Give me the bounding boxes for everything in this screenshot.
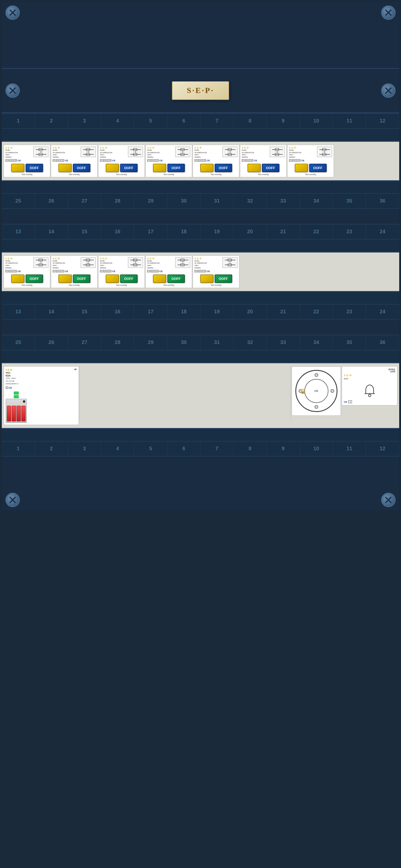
rcd-r2-yellow-4[interactable] <box>153 275 166 283</box>
num-r2-13: 13 <box>2 305 35 319</box>
num-r2-16: 16 <box>101 305 134 319</box>
rcd-yellow-btn-7[interactable] <box>295 164 308 172</box>
rcd-yellow-btn-5[interactable] <box>200 164 213 172</box>
sep-logo: S·E·P· <box>172 81 229 100</box>
btr-bell-area <box>344 383 395 399</box>
smoke-detector: CE 🔒 <box>291 366 341 416</box>
num-35: 35 <box>333 194 366 208</box>
rcd-unit-4: S·E·P· RCM2 1P+N/B16/0.03A 240V~ 50/60Hz… <box>146 145 192 177</box>
top-empty-section <box>2 2 399 68</box>
hs1-indicator-1 <box>14 392 19 395</box>
ce-mark: CE <box>18 159 21 162</box>
wire-channel-2 <box>2 181 399 193</box>
rcd-yellow-btn-3[interactable] <box>106 164 119 172</box>
test-monthly-6: Test monthly <box>242 173 285 176</box>
num-8: 8 <box>234 114 267 128</box>
num-r3-7: 7 <box>201 441 234 456</box>
num-30: 30 <box>167 194 201 208</box>
rcd-r2-off-5[interactable]: OOFF <box>215 275 232 283</box>
rcd-r2-off-3[interactable]: OOFF <box>120 275 137 283</box>
rcd-unit-5: S·E·P· RCM2 1P+N/B16/0.03A 240V~ 50/60Hz… <box>193 145 239 177</box>
btr-spec: IP20 <box>344 377 395 381</box>
num-6: 6 <box>167 114 201 128</box>
smoke-screw-bottom <box>315 405 318 409</box>
hs1-pole-1[interactable] <box>7 406 11 421</box>
num-r2-20: 20 <box>234 305 267 319</box>
rcd-devices-row-1: S·E·P· RCM2 1P+N/B16/0.03A 240V~ 50/60Hz… <box>2 141 399 181</box>
rcd-r2-off-1[interactable]: OOFF <box>26 275 43 283</box>
number-row-24-13: 24 23 22 21 20 19 18 17 16 15 14 13 <box>2 304 399 320</box>
ena-cert: ENA/EUR <box>8 159 17 162</box>
hs1-pole-3[interactable] <box>17 406 21 421</box>
hs1-body <box>6 392 77 423</box>
test-monthly-2: Test monthly <box>53 173 96 176</box>
num-20: 20 <box>234 224 267 239</box>
rcd-unit-7: S·E·P· RCM2 1P+N/B16/0.03A 240V~ 50/60Hz… <box>287 145 334 177</box>
rcd-off-btn-2[interactable]: OOFF <box>73 164 90 172</box>
btr-brand: S·E·P· <box>344 374 395 377</box>
ck-cert: K <box>5 159 8 162</box>
logo-text: S·E·P· <box>187 86 214 95</box>
ce-mark-smoke: CE <box>314 390 318 393</box>
num-r2-24: 24 <box>366 305 399 319</box>
rcd-schematic-5 <box>222 147 238 157</box>
rcd-r2-yellow-1[interactable] <box>11 275 24 283</box>
num-r3-36: 36 <box>366 335 399 350</box>
rcd-r2-yellow-5[interactable] <box>200 275 213 283</box>
num-r3-8: 8 <box>234 441 267 456</box>
num-36: 36 <box>366 194 399 208</box>
num-34: 34 <box>300 194 333 208</box>
num-4: 4 <box>101 114 134 128</box>
num-28: 28 <box>101 194 134 208</box>
wire-channel-6 <box>2 429 399 441</box>
num-15: 15 <box>68 224 101 239</box>
num-7: 7 <box>201 114 234 128</box>
off-label-2: OOFF <box>77 166 86 170</box>
num-r3-2: 2 <box>35 441 68 456</box>
rcd-off-btn-7[interactable]: OOFF <box>309 164 327 172</box>
rcd-schematic-3 <box>128 147 143 157</box>
num-r2-14: 14 <box>35 305 68 319</box>
num-r3-28: 28 <box>101 335 134 350</box>
rcd-yellow-btn-1[interactable] <box>11 164 24 172</box>
test-monthly-1: Test monthly <box>5 173 49 176</box>
rcd-off-btn-1[interactable]: OOFF <box>26 164 43 172</box>
num-r3-12: 12 <box>366 441 399 456</box>
rcd-row2-unit-1: S·E·P· RCM2 1P+N/B16/0.03A 240V~ 50/60Hz… <box>4 255 50 288</box>
bolt-top-left <box>5 5 20 20</box>
hs1-indicator-2 <box>14 395 19 398</box>
test-monthly-r2-1: Test monthly <box>5 284 49 286</box>
rcd-yellow-btn-4[interactable] <box>153 164 166 172</box>
rcd-off-btn-3[interactable]: OOFF <box>120 164 137 172</box>
rcd-r2-off-2[interactable]: OOFF <box>73 275 90 283</box>
num-r2-22: 22 <box>300 305 333 319</box>
rcd-r2-yellow-3[interactable] <box>106 275 119 283</box>
num-r3-30: 30 <box>167 335 201 350</box>
num-21: 21 <box>267 224 300 239</box>
test-monthly-7: Test monthly <box>289 173 332 176</box>
btr-certs: CE ⚠ <box>344 400 395 403</box>
hs1-pole-4[interactable] <box>21 406 26 421</box>
num-24: 24 <box>366 224 399 239</box>
rcd-off-btn-6[interactable]: OOFF <box>262 164 279 172</box>
rcd-yellow-btn-6[interactable] <box>247 164 261 172</box>
rcd-off-btn-4[interactable]: OOFF <box>167 164 185 172</box>
num-26: 26 <box>35 194 68 208</box>
rcd-r2-yellow-2[interactable] <box>58 275 72 283</box>
rcd-row2-unit-4: S·E·P· RCM2 1P+N/B16/0.03A 240V~ 50/60Hz… <box>146 255 192 288</box>
bolt-bottom-left <box>5 493 20 507</box>
rcd-unit-1: S·E·P· RCM2 1P+N/B16/0.03A 240V~ 50/60Hz… <box>4 145 50 177</box>
rcd-off-btn-5[interactable]: OOFF <box>215 164 232 172</box>
number-row-12-1: 12 11 10 9 8 7 6 5 4 3 2 1 <box>2 441 399 457</box>
hs1-pole-2[interactable] <box>12 406 16 421</box>
rcd-r2-off-4[interactable]: OOFF <box>167 275 185 283</box>
num-29: 29 <box>134 194 167 208</box>
hs1-model: HS1 <box>6 371 77 374</box>
num-3: 3 <box>68 114 101 128</box>
wire-channel-3 <box>2 240 399 252</box>
rcd-schematic-1 <box>33 147 49 157</box>
num-23: 23 <box>333 224 366 239</box>
rcd-controls-1: OOFF <box>5 164 49 172</box>
rcd-yellow-btn-2[interactable] <box>58 164 72 172</box>
num-r3-5: 5 <box>134 441 167 456</box>
